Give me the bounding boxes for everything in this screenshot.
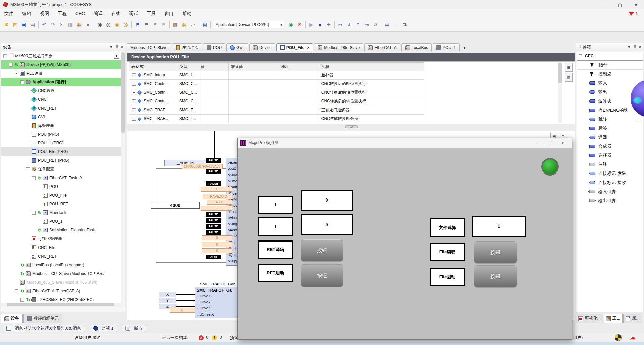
display-mode-button[interactable]: ≡ [391, 20, 400, 29]
notification-area[interactable]: 1 [628, 9, 638, 18]
tab-Modbus_TCP_Slave[interactable]: Modbus_TCP_Slave [127, 43, 171, 51]
toolbox-item-输入[interactable]: 输入 [577, 78, 643, 87]
open-project-button[interactable]: ◩ [11, 20, 19, 29]
left-action-button[interactable]: 按钮 [301, 264, 343, 287]
tree-expander[interactable]: − [15, 72, 18, 75]
toolbox-item-注释[interactable]: 注释 [577, 160, 643, 169]
close-button[interactable]: × [628, 0, 644, 9]
cfc-value-box[interactable]: 0 [170, 308, 195, 313]
tab-Modbus_485_Slave[interactable]: Modbus_485_Slave [314, 43, 363, 51]
tree-item[interactable]: POU [1, 182, 121, 191]
tree-expander[interactable]: − [20, 298, 24, 302]
cfc-value-box[interactable]: 4000 [207, 200, 232, 205]
menu-item-文件[interactable]: 文件 [0, 9, 18, 18]
status-tab-消息[interactable]: 消息 -总计0个错误,0个警告,0条消息 [3, 325, 85, 332]
find-objects-button[interactable]: ◉ [113, 20, 121, 29]
pin-icon[interactable] [633, 45, 637, 49]
find-replace-button[interactable]: ◎ [104, 20, 113, 29]
tree-expander[interactable]: − [26, 167, 30, 171]
dialog-maximize-button[interactable]: ▢ [546, 138, 557, 148]
tab-POU_1[interactable]: POU_1 [433, 43, 460, 51]
stop-button[interactable]: ■ [316, 20, 324, 29]
group-expander[interactable]: − [579, 54, 582, 58]
cfc-input-box[interactable]: Y [159, 298, 176, 303]
column-header-准备值[interactable]: 准备值 [229, 62, 279, 71]
flow-control-button[interactable]: ▤ [383, 20, 391, 29]
toolbox-item-输出引脚[interactable]: 输出引脚 [577, 196, 643, 205]
tree-horizontal-scrollbar[interactable] [1, 303, 121, 307]
menu-item-工程[interactable]: 工程 [53, 9, 71, 18]
panel-menu-icon[interactable]: ▼ [109, 45, 113, 49]
minimize-button[interactable]: — [596, 0, 612, 9]
start-button[interactable]: ▶ [307, 20, 316, 29]
left-action-button[interactable]: 按钮 [301, 239, 343, 262]
tab-close-icon[interactable]: × [307, 45, 309, 50]
tree-item[interactable]: ↻SoftMotion_PlanningTask [1, 226, 121, 234]
tree-item[interactable]: 可视化管理器 [1, 234, 121, 243]
menu-item-帮助[interactable]: 帮助 [178, 9, 196, 18]
tab-POU[interactable]: POU [203, 43, 225, 51]
watch-scroll-thumb[interactable] [558, 63, 562, 83]
bookmark-prev-button[interactable]: ⚑ [151, 20, 159, 29]
paste-button[interactable]: ▦ [75, 20, 84, 29]
table-row[interactable]: +SMC_TRAF...SMC_T...三轴龙门逆解器 [129, 106, 424, 115]
cfc-input-box[interactable]: X [159, 292, 176, 297]
panel-menu-icon[interactable]: ▼ [627, 45, 631, 49]
panel-close-icon[interactable]: × [121, 45, 123, 49]
replace-objects-button[interactable]: ◎ [121, 20, 130, 29]
tree-item[interactable]: CNC_RET [1, 104, 121, 113]
tab-POU_File[interactable]: POU_File× [276, 43, 313, 51]
tree-item[interactable]: POU_RET [1, 200, 121, 208]
cfc-value-box[interactable]: 0 [202, 235, 232, 240]
menu-item-编辑[interactable]: 编辑 [18, 9, 36, 18]
tree-expander[interactable]: − [20, 80, 24, 84]
cfc-hex-value-box[interactable]: 16#0000007F8F163A60 [182, 164, 223, 169]
toolbox-group-cfc[interactable]: −CFC [577, 52, 643, 60]
tree-scroll-thumb[interactable] [121, 52, 125, 133]
print-button[interactable]: ▤ [28, 20, 37, 29]
online-config-button[interactable]: ✦ [324, 20, 333, 29]
tree-item[interactable]: 库管理器 [1, 121, 121, 130]
menu-item-在线[interactable]: 在线 [107, 9, 125, 18]
right-tab-属...[interactable]: 属... [623, 314, 642, 323]
delete-button[interactable]: × [84, 20, 92, 29]
menu-item-调试[interactable]: 调试 [125, 9, 143, 18]
toolbox-item-输入引脚[interactable]: 输入引脚 [577, 187, 643, 196]
toolbox-item-选择器[interactable]: 选择器 [577, 151, 643, 160]
tree-expander[interactable]: − [15, 289, 18, 293]
cfc-value-box[interactable]: 0 [202, 242, 232, 247]
new-file-button[interactable]: ✱ [2, 20, 11, 29]
table-row[interactable]: +SMC_Interp...SMC_I...差补器 [129, 71, 424, 80]
redo-button[interactable]: ↷ [49, 20, 57, 29]
bookmark-clear-button[interactable]: ⚑ [159, 20, 168, 29]
toolbox-item-标签[interactable]: 标签 [577, 124, 643, 133]
dialog-title-bar[interactable]: McgsPro 模拟器 [238, 138, 572, 148]
step-into-button[interactable]: ↧ [345, 20, 354, 29]
toolbox-item-指针[interactable]: 指针 [577, 60, 643, 69]
toolbox-item-返回[interactable]: 返回 [577, 133, 643, 142]
watch-config-button-2[interactable]: ▥ [565, 73, 573, 82]
row-expander[interactable]: + [132, 91, 136, 94]
tree-item[interactable]: −任务配置 [1, 165, 121, 174]
tree-item[interactable]: POU_1 (PRG) [1, 139, 121, 147]
tree-item[interactable]: POU_1 [1, 217, 121, 226]
cfc-value-box[interactable]: 0 [201, 206, 232, 211]
undo-button[interactable]: ↶ [40, 20, 49, 29]
left-tab-设备[interactable]: 设备 [1, 314, 23, 323]
column-header-类型[interactable]: 类型 [177, 62, 199, 71]
menu-item-窗口[interactable]: 窗口 [160, 9, 178, 18]
right-action-button[interactable]: 按钮 [474, 265, 517, 288]
tab-Device[interactable]: Device [249, 43, 275, 51]
tree-expander[interactable]: − [3, 54, 7, 58]
cfc-value-box[interactable]: 0 [202, 248, 232, 253]
column-header-注释[interactable]: 注释 [319, 62, 424, 71]
table-row[interactable]: +SMC_Contr...SMC_C...CNC转换后的轴位置执行 [129, 80, 424, 88]
tree-item[interactable]: −↻Device [连接的] (MX500) [1, 60, 121, 69]
tree-item[interactable]: POU_File (PRG) [1, 147, 121, 156]
tab-LocalBus[interactable]: LocalBus [401, 43, 432, 51]
left-tab-程序组织单元[interactable]: 程序组织单元 [23, 314, 62, 323]
tab-overflow-button[interactable]: ▼ [461, 44, 468, 51]
right-tab-可视化...[interactable]: 可视化... [576, 314, 603, 323]
dialog-minimize-button[interactable]: — [535, 138, 546, 148]
application-combo[interactable]: Application [Device: PLC逻辑]▼ [214, 21, 284, 28]
